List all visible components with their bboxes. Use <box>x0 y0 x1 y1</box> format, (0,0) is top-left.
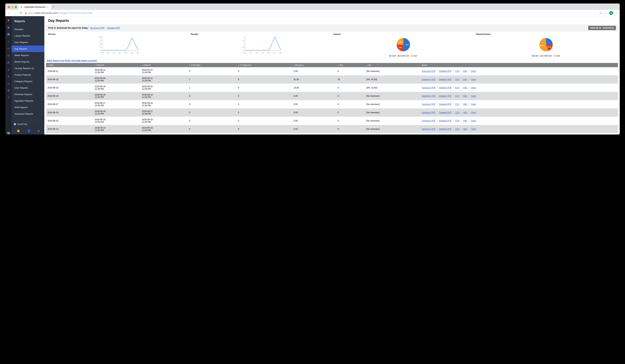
column-header[interactable]: ⇅# Receipts <box>188 63 237 67</box>
action-xml[interactable]: XML <box>463 70 467 72</box>
reload-button[interactable]: ⟳ <box>19 11 23 15</box>
rail-id-icon[interactable]: ▭ <box>7 47 10 50</box>
action-clear[interactable]: Clear <box>471 70 476 72</box>
account-icon[interactable]: 👤 <box>27 129 31 132</box>
action-csv[interactable]: CSV <box>455 128 460 130</box>
key-icon[interactable]: ⊶ <box>599 12 602 14</box>
daily-report-link[interactable]: Daily Report (on iPAD click pdf report t… <box>44 58 620 63</box>
rail-card-icon[interactable]: ▭ <box>7 82 10 85</box>
action-csv[interactable]: CSV <box>455 111 460 114</box>
action-detailed-pdf[interactable]: Detailed PDF <box>439 120 451 122</box>
column-header[interactable]: ⇅Ends At <box>140 63 188 67</box>
action-xml[interactable]: XML <box>463 103 467 106</box>
action-summary-pdf[interactable]: Summary PDF <box>422 111 436 114</box>
detailed-pdf-link[interactable]: Detailed PDF <box>107 27 120 29</box>
sidebar-item-hour-reports[interactable]: Hour Reports <box>12 39 44 46</box>
action-detailed-pdf[interactable]: Detailed PDF <box>439 70 451 72</box>
sidebar-item-ingredient-reports[interactable]: Ingredient Reports <box>12 98 44 104</box>
sidebar-item-month-reports[interactable]: Month Reports <box>12 58 44 65</box>
action-summary-pdf[interactable]: Summary PDF <box>422 103 436 106</box>
maximize-window-icon[interactable] <box>15 6 17 8</box>
action-csv[interactable]: CSV <box>455 86 460 89</box>
action-detailed-pdf[interactable]: Detailed PDF <box>439 95 451 97</box>
action-clear[interactable]: Clear <box>471 78 476 81</box>
cell: 2018-09-1711:00 PM <box>140 109 188 117</box>
menu-icon[interactable]: ⋮ <box>616 12 618 14</box>
column-header[interactable]: ⇅# Customers <box>237 63 292 67</box>
rail-reports-icon[interactable]: 🗎 <box>7 33 10 36</box>
rail-devices-icon[interactable]: ▯ <box>7 68 10 71</box>
back-button[interactable]: ← <box>7 11 11 15</box>
action-csv[interactable]: CSV <box>455 103 460 106</box>
sidebar-item-user-reports[interactable]: User Reports <box>12 84 44 91</box>
rail-clock-icon[interactable]: ◷ <box>7 54 10 57</box>
browser-tab[interactable]: Lightspeed Restaurant ✕ <box>18 4 51 10</box>
action-xml[interactable]: XML <box>463 86 467 89</box>
bookmark-icon[interactable]: ☆ <box>604 12 607 14</box>
action-clear[interactable]: Clear <box>471 95 476 97</box>
sidebar-item-revenue-reports[interactable]: Revenue Reports <box>12 91 44 98</box>
window-controls <box>7 6 18 10</box>
column-header[interactable]: Action <box>420 63 618 67</box>
forward-button[interactable]: → <box>13 11 17 15</box>
sidebar-item-week-reports[interactable]: Week Reports <box>12 52 44 58</box>
sidebar-footer[interactable]: M Sushi City <box>12 121 44 127</box>
profile-avatar[interactable]: E <box>609 11 613 15</box>
action-summary-pdf[interactable]: Summary PDF <box>422 70 436 72</box>
action-xml[interactable]: XML <box>463 120 467 122</box>
minimize-window-icon[interactable] <box>11 6 13 8</box>
notifications-icon[interactable]: 🔔 <box>17 129 20 132</box>
column-header[interactable]: ⇅Tax <box>365 63 420 67</box>
close-window-icon[interactable] <box>8 6 10 8</box>
action-clear[interactable]: Clear <box>471 128 476 130</box>
sidebar-item-day-reports[interactable]: Day Reports <box>12 46 44 52</box>
rail-home-icon[interactable]: ⌂ <box>7 40 10 43</box>
action-summary-pdf[interactable]: Summary PDF <box>422 128 436 130</box>
close-tab-icon[interactable]: ✕ <box>47 6 49 8</box>
rail-layers-icon[interactable]: ☰ <box>7 61 10 64</box>
action-csv[interactable]: CSV <box>455 78 460 81</box>
action-detailed-pdf[interactable]: Detailed PDF <box>439 86 451 89</box>
rail-store-icon[interactable]: 🏬 <box>7 131 10 135</box>
action-clear[interactable]: Clear <box>471 103 476 106</box>
column-header[interactable]: ⇅Tips <box>336 63 365 67</box>
brand-flame-icon[interactable] <box>7 19 10 22</box>
column-header[interactable]: ⇅Starts At <box>93 63 140 67</box>
action-xml[interactable]: XML <box>463 111 467 114</box>
sidebar-item-receipts[interactable]: Receipts <box>12 26 44 32</box>
rail-help-icon[interactable]: ❓ <box>7 96 10 99</box>
action-summary-pdf[interactable]: Summary PDF <box>422 86 436 89</box>
action-csv[interactable]: CSV <box>455 120 460 122</box>
action-detailed-pdf[interactable]: Detailed PDF <box>439 78 451 81</box>
action-summary-pdf[interactable]: Summary PDF <box>422 95 436 97</box>
action-csv[interactable]: CSV <box>455 70 460 72</box>
action-detailed-pdf[interactable]: Detailed PDF <box>439 128 451 130</box>
action-summary-pdf[interactable]: Summary PDF <box>422 78 436 81</box>
action-xml[interactable]: XML <box>463 95 467 97</box>
sidebar-item-product-reports[interactable]: Product Reports <box>12 72 44 78</box>
action-xml[interactable]: XML <box>463 128 467 130</box>
sidebar-item-advanced-reports[interactable]: Advanced Reports <box>12 111 44 117</box>
address-bar[interactable]: 🔒 https://nae2-web.posios.com/management… <box>25 12 598 14</box>
action-xml[interactable]: XML <box>463 78 467 81</box>
summary-pdf-link[interactable]: Summary PDF <box>90 27 105 29</box>
logout-icon[interactable]: ⎋ <box>38 129 39 132</box>
action-detailed-pdf[interactable]: Detailed PDF <box>439 103 451 106</box>
action-clear[interactable]: Clear <box>471 120 476 122</box>
column-header[interactable]: ⇅Date <box>46 63 93 67</box>
sidebar-item-shift-reports[interactable]: Shift Reports <box>12 104 44 111</box>
sidebar-item-labour-reports[interactable]: Labour Reports <box>12 32 44 39</box>
rail-print-icon[interactable]: ⎙ <box>7 75 10 78</box>
action-csv[interactable]: CSV <box>455 95 460 97</box>
action-clear[interactable]: Clear <box>471 111 476 114</box>
action-clear[interactable]: Clear <box>471 86 476 89</box>
column-header[interactable]: ⇅Revenue <box>292 63 336 67</box>
rail-settings-icon[interactable]: ⚙ <box>7 89 10 92</box>
date-range-badge[interactable]: 2018-09-10 - 2018-09-22 <box>588 26 616 30</box>
sidebar-item-category-reports[interactable]: Category Reports <box>12 78 44 84</box>
sidebar-item-closing-reports-z-[interactable]: Closing Reports (Z) <box>12 65 44 72</box>
action-summary-pdf[interactable]: Summary PDF <box>422 120 436 122</box>
new-tab-button[interactable]: + <box>51 5 56 10</box>
rail-dashboard-icon[interactable]: ▥ <box>7 26 10 29</box>
action-detailed-pdf[interactable]: Detailed PDF <box>439 111 451 114</box>
